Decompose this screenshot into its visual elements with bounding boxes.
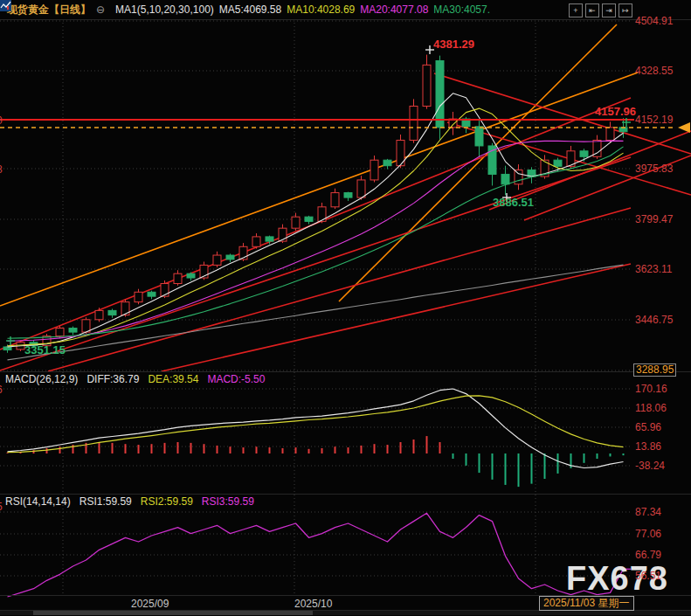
crosshair-icon[interactable]: +	[569, 3, 583, 17]
macd-axis-label: 13.86	[635, 440, 661, 453]
macd-axis-label: 118.06	[635, 402, 667, 414]
rsi1-value: RSI1:59.59	[79, 495, 132, 508]
instrument-title: 现货黄金【日线】	[7, 3, 91, 17]
macd-indicator-row: MACD(26,12,9) DIFF:36.79 DEA:39.54 MACD:…	[5, 373, 265, 385]
collapse-icon[interactable]: ⊖	[96, 3, 105, 16]
price-arrow-marker	[678, 122, 690, 133]
chart-canvas[interactable]	[0, 0, 691, 616]
y-axis-price-label: 3446.75	[635, 314, 673, 326]
zoom-out-icon[interactable]: ⇤	[585, 3, 599, 17]
macd-axis-label: -38.24	[635, 460, 665, 472]
rsi-params: RSI(14,14,14)	[5, 495, 71, 508]
ma10-value: MA10:4028.69	[287, 3, 355, 16]
price-annotation: 4381.29	[433, 38, 474, 51]
x-axis-month-label: 2025/09	[131, 598, 169, 610]
macd-axis-label: 170.16	[635, 383, 667, 395]
x-axis-month-label: 2025/10	[294, 598, 332, 610]
y-axis-price-label: 4504.91	[635, 15, 673, 27]
clipped-axis-fragment: 6	[0, 384, 3, 396]
ma20-value: MA20:4077.08	[360, 3, 428, 16]
rsi-axis-label: 56.51	[635, 570, 661, 582]
chart-window: 现货黄金【日线】 ⊖ MA1(5,10,20,30,100) MA5:4069.…	[0, 0, 691, 616]
macd-axis-label: 65.96	[635, 421, 661, 433]
y-axis-price-label: 3799.47	[635, 213, 673, 225]
price-annotation: 3886.51	[493, 197, 534, 209]
macd-diff-value: DIFF:36.79	[86, 373, 139, 385]
clipped-axis-fragment: 8	[0, 163, 3, 176]
y-axis-price-label: 3623.11	[635, 263, 673, 275]
macd-params: MACD(26,12,9)	[5, 373, 78, 385]
pan-right-icon[interactable]: ↦	[618, 3, 632, 17]
ma-settings-label: MA1(5,10,20,30,100)	[115, 3, 214, 16]
rsi3-value: RSI3:59.59	[202, 495, 254, 508]
y-axis-price-label-highlighted: 3288.95	[633, 363, 676, 377]
rsi-indicator-row: RSI(14,14,14) RSI1:59.59 RSI2:59.59 RSI3…	[5, 495, 254, 508]
clipped-axis-fragment: 5	[0, 501, 3, 513]
ma30-value: MA30:4057.	[433, 3, 490, 16]
rsi-axis-label: 87.34	[635, 506, 661, 518]
rsi-axis-label: 77.06	[635, 528, 661, 540]
y-axis-price-label: 4328.55	[635, 65, 673, 77]
y-axis-price-label: 4152.19	[635, 114, 673, 126]
ma5-value: MA5:4069.58	[219, 3, 281, 16]
macd-value: MACD:-5.50	[207, 373, 265, 385]
rsi-axis-label: 66.79	[635, 549, 661, 561]
clipped-axis-fragment: 0	[0, 114, 3, 127]
h-scrollbar-thumb[interactable]	[33, 611, 313, 615]
zoom-in-icon[interactable]: ⇥	[602, 3, 616, 17]
rsi2-value: RSI2:59.59	[141, 495, 193, 508]
chart-toolbar: + ⇤ ⇥ ↦	[569, 3, 632, 17]
y-axis-price-label: 3975.83	[635, 163, 673, 175]
macd-dea-value: DEA:39.54	[148, 373, 198, 385]
price-annotation: 3351.15	[24, 344, 66, 356]
price-annotation: 4157.96	[595, 106, 636, 118]
x-axis-current-date-label: 2025/11/03 星期一	[539, 596, 634, 611]
